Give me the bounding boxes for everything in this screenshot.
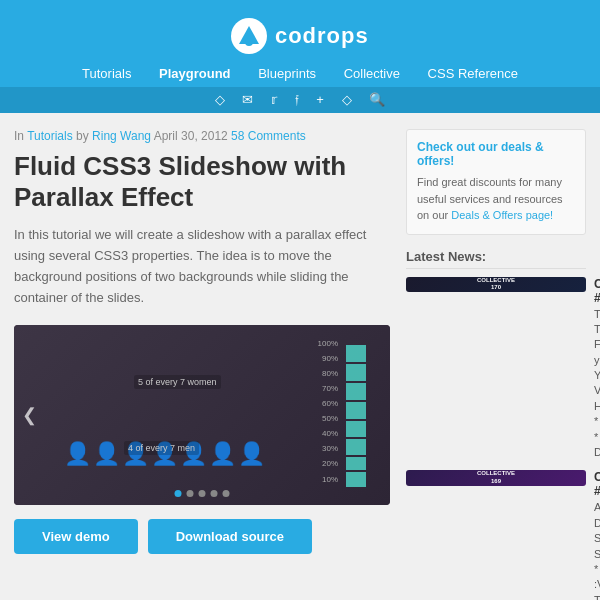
pct-30: 30% [318, 444, 338, 453]
latest-news-section: Latest News: COLLECTIVE170 Collective #1… [406, 249, 586, 601]
pct-80: 80% [318, 369, 338, 378]
news-item-1-title[interactable]: Collective #170 [594, 277, 600, 305]
article-area: In Tutorials by Ring Wang April 30, 2012… [14, 129, 390, 600]
logo-text: codrops [275, 23, 369, 48]
dot-1[interactable] [175, 490, 182, 497]
twitter-icon[interactable]: 𝕣 [271, 92, 277, 107]
nav-css-reference[interactable]: CSS Reference [428, 66, 518, 81]
email-icon[interactable]: ✉ [242, 92, 253, 107]
logo-icon [231, 18, 267, 54]
view-demo-button[interactable]: View demo [14, 519, 138, 554]
breadcrumb-comments[interactable]: 58 Comments [231, 129, 306, 143]
news-item-1-text: Collective #170 The Art Of The SVG Filte… [594, 277, 600, 461]
breadcrumb-author[interactable]: Ring Wang [92, 129, 151, 143]
news-thumb-2[interactable]: COLLECTIVE169 [406, 470, 586, 486]
pct-10: 10% [318, 475, 338, 484]
main-container: In Tutorials by Ring Wang April 30, 2012… [0, 113, 600, 600]
deals-title: Check out our deals & offers! [417, 140, 575, 168]
pct-20: 20% [318, 459, 338, 468]
news-item-1: COLLECTIVE170 Collective #170 The Art Of… [406, 277, 586, 461]
news-thumb-1[interactable]: COLLECTIVE170 [406, 277, 586, 293]
pct-100: 100% [318, 339, 338, 348]
news-item-1-desc: The Art Of The SVG Filter * 10 year of Y… [594, 307, 600, 461]
breadcrumb-category[interactable]: Tutorials [27, 129, 73, 143]
pct-70: 70% [318, 384, 338, 393]
nav-blueprints[interactable]: Blueprints [258, 66, 316, 81]
svg-rect-6 [346, 364, 366, 381]
breadcrumb: In Tutorials by Ring Wang April 30, 2012… [14, 129, 390, 143]
right-sidebar: Check out our deals & offers! Find great… [406, 129, 586, 600]
deals-text: Find great discounts for many useful ser… [417, 174, 575, 224]
dot-2[interactable] [187, 490, 194, 497]
site-header: codrops Tutorials Playground Blueprints … [0, 0, 600, 113]
pct-labels: 100% 90% 80% 70% 60% 50% 40% 30% 20% 10% [318, 339, 338, 484]
dot-4[interactable] [211, 490, 218, 497]
svg-rect-2 [346, 439, 366, 455]
news-item-2-title[interactable]: Collective #169 [594, 470, 600, 498]
news-item-2-text: Collective #169 Art-Directing SVGs * Sma… [594, 470, 600, 600]
news-item-2-desc: Art-Directing SVGs * SmartIcons * Revisi… [594, 500, 600, 600]
svg-rect-5 [346, 383, 366, 400]
main-nav: Tutorials Playground Blueprints Collecti… [0, 60, 600, 87]
rss-icon[interactable]: ◇ [215, 92, 225, 107]
svg-rect-4 [346, 402, 366, 419]
svg-rect-0 [346, 472, 366, 487]
slideshow: /* dots rendered via CSS */ ❮ 👤 👤 👤 👤 👤 … [14, 325, 390, 505]
pct-50: 50% [318, 414, 338, 423]
svg-rect-1 [346, 457, 366, 470]
figure-dark-1: 👤 [209, 441, 236, 467]
slide-content: /* dots rendered via CSS */ ❮ 👤 👤 👤 👤 👤 … [14, 325, 390, 505]
pct-60: 60% [318, 399, 338, 408]
label-men: 4 of every 7 men [124, 441, 199, 455]
article-intro: In this tutorial we will create a slides… [14, 225, 390, 308]
search-icon[interactable]: 🔍 [369, 92, 385, 107]
sidebar-deals: Check out our deals & offers! Find great… [406, 129, 586, 235]
figure-teal-2: 👤 [93, 441, 120, 467]
news-item-2: COLLECTIVE169 Collective #169 Art-Direct… [406, 470, 586, 600]
social-nav: ◇ ✉ 𝕣 𝔣 + ◇ 🔍 [0, 87, 600, 113]
svg-rect-7 [346, 345, 366, 362]
nav-collective[interactable]: Collective [344, 66, 400, 81]
article-title: Fluid CSS3 Slideshow with Parallax Effec… [14, 151, 390, 213]
label-women: 5 of every 7 women [134, 375, 221, 389]
breadcrumb-prefix: In [14, 129, 24, 143]
googleplus-icon[interactable]: + [316, 92, 324, 107]
breadcrumb-date: April 30, 2012 [154, 129, 231, 143]
dot-5[interactable] [223, 490, 230, 497]
pct-90: 90% [318, 354, 338, 363]
slide-prev-arrow[interactable]: ❮ [22, 404, 37, 426]
article-buttons: View demo Download source [14, 519, 390, 554]
latest-news-title: Latest News: [406, 249, 586, 269]
deals-link[interactable]: Deals & Offers page! [451, 209, 553, 221]
dot-3[interactable] [199, 490, 206, 497]
breadcrumb-by: by [76, 129, 92, 143]
nav-playground[interactable]: Playground [159, 66, 231, 81]
facebook-icon[interactable]: 𝔣 [295, 92, 299, 107]
pct-40: 40% [318, 429, 338, 438]
nav-tutorials[interactable]: Tutorials [82, 66, 131, 81]
github-icon[interactable]: ◇ [342, 92, 352, 107]
download-source-button[interactable]: Download source [148, 519, 312, 554]
figure-dark-2: 👤 [238, 441, 265, 467]
slide-dots [175, 490, 230, 497]
logo-area[interactable]: codrops [0, 10, 600, 60]
figure-teal-1: 👤 [64, 441, 91, 467]
svg-rect-3 [346, 421, 366, 437]
bar-chart [342, 339, 370, 487]
